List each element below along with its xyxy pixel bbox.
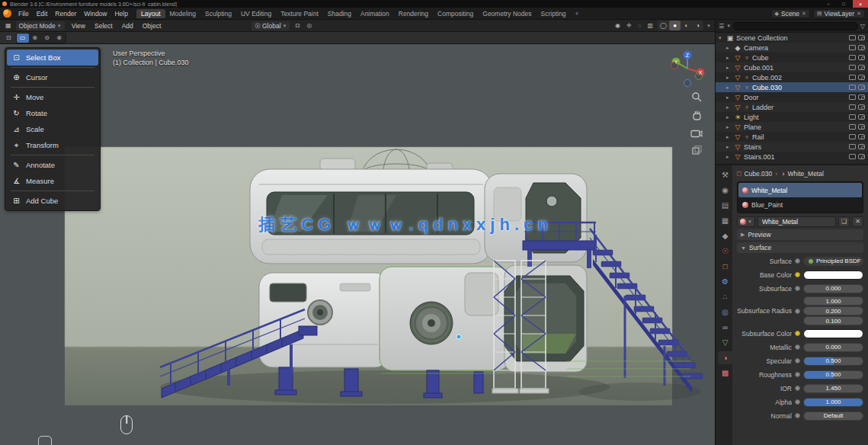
- surface-section-header[interactable]: ▼ Surface: [737, 242, 863, 253]
- socket-icon[interactable]: [795, 399, 800, 405]
- properties-tab-particles[interactable]: ∴: [718, 290, 732, 303]
- mode-dropdown[interactable]: Object Mode ▼: [16, 21, 65, 30]
- view-layer-selector[interactable]: ▤ ViewLayer ✕: [813, 9, 865, 18]
- properties-tab-object[interactable]: □: [718, 260, 732, 273]
- hide-viewport-toggle[interactable]: [849, 144, 856, 149]
- number-field[interactable]: 0.000: [803, 343, 863, 352]
- viewport-menu-add[interactable]: Add: [118, 22, 137, 30]
- properties-tab-view-layer[interactable]: ▦: [718, 214, 732, 227]
- workspace-tab-modeling[interactable]: Modeling: [165, 9, 201, 18]
- ortho-toggle-icon[interactable]: [691, 145, 703, 156]
- hide-viewport-toggle[interactable]: [849, 154, 856, 159]
- shading-wireframe-button[interactable]: ◯: [658, 21, 669, 30]
- expand-arrow-icon[interactable]: ▸: [726, 124, 732, 130]
- disable-render-toggle[interactable]: [858, 114, 865, 120]
- toggle-xray-icon[interactable]: ▥: [645, 22, 655, 29]
- orientation-dropdown[interactable]: ☉ Global ▼: [251, 21, 290, 30]
- socket-icon[interactable]: [795, 286, 800, 291]
- expand-arrow-icon[interactable]: ▸: [726, 94, 732, 101]
- socket-icon[interactable]: [795, 358, 800, 363]
- socket-icon[interactable]: [795, 344, 800, 350]
- hide-viewport-toggle[interactable]: [849, 75, 856, 80]
- show-gizmo-icon[interactable]: ✛: [625, 22, 633, 29]
- disable-render-toggle[interactable]: [858, 124, 865, 130]
- workspace-tab-uv-editing[interactable]: UV Editing: [236, 9, 276, 18]
- mode-set-button[interactable]: ▭: [17, 34, 29, 43]
- shading-rendered-button[interactable]: ◑: [692, 21, 703, 30]
- disable-render-toggle[interactable]: [858, 75, 865, 80]
- expand-arrow-icon[interactable]: ▸: [726, 114, 732, 120]
- viewport-3d[interactable]: ⊡Select Box⊕Cursor✛Move↻Rotate⊿Scale⌖Tra…: [0, 44, 715, 445]
- outliner-item-ladder[interactable]: ▸▽▿Ladder: [716, 102, 868, 112]
- menu-window[interactable]: Window: [80, 10, 111, 18]
- properties-tab-physics[interactable]: ◎: [718, 306, 732, 319]
- expand-arrow-icon[interactable]: ▸: [726, 144, 732, 150]
- outliner-item-cube[interactable]: ▸▽▿Cube: [716, 53, 868, 62]
- breadcrumb-object[interactable]: Cube.030: [744, 170, 772, 178]
- add-workspace-button[interactable]: +: [571, 9, 584, 18]
- outliner-search-input[interactable]: [733, 22, 858, 30]
- socket-icon[interactable]: [795, 372, 800, 377]
- properties-tab-texture[interactable]: ▩: [718, 367, 732, 379]
- material-slot[interactable]: Blue_Paint: [738, 197, 862, 212]
- workspace-tab-geometry-nodes[interactable]: Geometry Nodes: [478, 9, 536, 18]
- number-field[interactable]: Default: [803, 411, 863, 421]
- properties-tab-world[interactable]: ☉: [718, 245, 732, 258]
- maximize-button[interactable]: □: [838, 0, 850, 8]
- hide-viewport-toggle[interactable]: [849, 85, 856, 90]
- outliner-item-cube-001[interactable]: ▸▽Cube.001: [716, 62, 868, 72]
- viewport-menu-object[interactable]: Object: [139, 22, 165, 30]
- menu-file[interactable]: File: [14, 10, 33, 18]
- workspace-tab-texture-paint[interactable]: Texture Paint: [276, 9, 323, 18]
- properties-tab-output[interactable]: ▤: [718, 199, 732, 212]
- disable-render-toggle[interactable]: [858, 154, 865, 159]
- properties-tab-constraints[interactable]: ∞: [718, 321, 732, 334]
- browse-material-button[interactable]: ▼: [737, 216, 755, 227]
- hide-viewport-toggle[interactable]: [849, 35, 856, 40]
- view-layer-unlink-icon[interactable]: ✕: [857, 11, 861, 17]
- number-field[interactable]: 0.200: [803, 306, 863, 315]
- hide-viewport-toggle[interactable]: [849, 134, 856, 139]
- outliner-item-cube-030[interactable]: ▸▽▿Cube.030: [716, 82, 868, 92]
- expand-arrow-icon[interactable]: ▸: [726, 75, 732, 81]
- workspace-tab-animation[interactable]: Animation: [356, 9, 394, 18]
- workspace-tab-layout[interactable]: Layout: [136, 9, 165, 18]
- outliner-item-light[interactable]: ▸☀Light: [716, 112, 868, 122]
- tool-move[interactable]: ✛Move: [7, 89, 98, 105]
- disable-render-toggle[interactable]: [858, 55, 865, 60]
- number-field[interactable]: 0.100: [803, 316, 863, 325]
- hide-viewport-toggle[interactable]: [849, 94, 856, 100]
- navigation-gizmo[interactable]: Z X Y: [666, 47, 709, 93]
- disable-render-toggle[interactable]: [858, 45, 865, 50]
- menu-help[interactable]: Help: [111, 10, 131, 18]
- workspace-tab-scripting[interactable]: Scripting: [536, 9, 571, 18]
- filter-icon[interactable]: ▽: [860, 23, 865, 30]
- hide-viewport-toggle[interactable]: [849, 55, 856, 60]
- expand-arrow-icon[interactable]: ▸: [726, 85, 732, 91]
- socket-icon[interactable]: [795, 386, 800, 391]
- shading-material-preview-button[interactable]: ◐: [681, 21, 692, 30]
- disable-render-toggle[interactable]: [858, 94, 865, 100]
- scene-unlink-icon[interactable]: ✕: [802, 11, 806, 17]
- scene-selector[interactable]: ◆ Scene ✕: [771, 9, 810, 18]
- outliner-item-plane[interactable]: ▸▽Plane: [716, 122, 868, 132]
- color-swatch[interactable]: [803, 329, 863, 338]
- properties-tab-tool[interactable]: ⚒: [718, 168, 732, 181]
- tool-select-box[interactable]: ⊡Select Box: [7, 50, 98, 66]
- editor-type-icon[interactable]: ▦: [4, 22, 13, 29]
- outliner-item-stairs[interactable]: ▸▽Stairs: [716, 142, 868, 152]
- outliner-item-rail[interactable]: ▸▽▿Rail: [716, 132, 868, 142]
- outliner-item-cube-002[interactable]: ▸▽▿Cube.002: [716, 72, 868, 82]
- hide-viewport-toggle[interactable]: [849, 65, 856, 70]
- hide-viewport-toggle[interactable]: [849, 45, 856, 50]
- expand-arrow-icon[interactable]: ▸: [726, 65, 732, 71]
- socket-icon[interactable]: [795, 272, 800, 277]
- workspace-tab-compositing[interactable]: Compositing: [433, 9, 478, 18]
- expand-arrow-icon[interactable]: ▸: [726, 104, 732, 110]
- tool-transform[interactable]: ⌖Transform: [7, 137, 98, 153]
- tool-add-cube[interactable]: ⊞Add Cube: [7, 193, 98, 209]
- color-swatch[interactable]: [803, 271, 863, 280]
- shading-popover-icon[interactable]: ▼: [706, 24, 711, 28]
- number-field[interactable]: 0.000: [803, 284, 863, 293]
- expand-arrow-icon[interactable]: ▸: [726, 45, 732, 51]
